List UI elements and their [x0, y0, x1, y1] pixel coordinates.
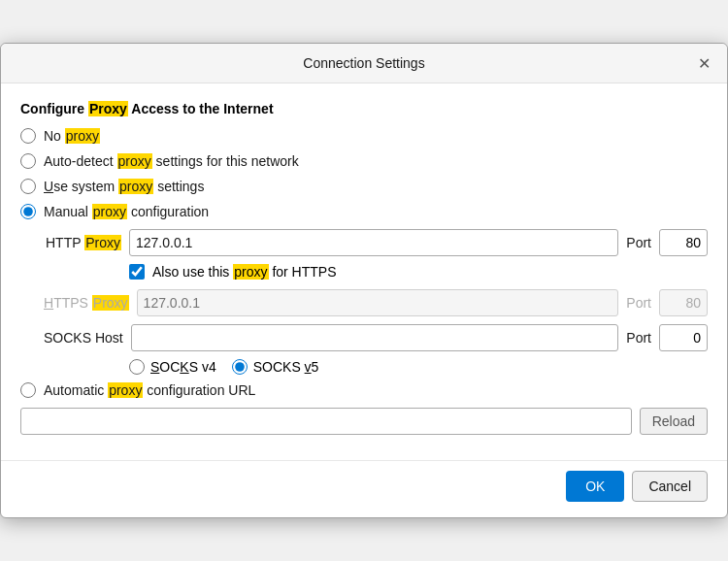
socks-host-input[interactable]	[131, 324, 619, 351]
socks-port-label: Port	[626, 330, 651, 346]
reload-button[interactable]: Reload	[640, 408, 708, 435]
http-proxy-label: HTTP Proxy	[44, 235, 121, 250]
https-proxy-row: HTTPS Proxy Port	[44, 289, 708, 316]
socks-v4-option[interactable]: SOCKS v4	[129, 359, 216, 375]
socks-port-input[interactable]	[659, 324, 708, 351]
socks-v5-option[interactable]: SOCKS v5	[232, 359, 319, 375]
https-port-label: Port	[626, 295, 651, 311]
auto-detect-radio[interactable]	[20, 153, 36, 169]
socks-host-label: SOCKS Host	[44, 330, 123, 346]
https-proxy-input[interactable]	[137, 289, 619, 316]
http-port-input[interactable]	[659, 229, 708, 256]
manual-proxy-settings: HTTP Proxy Port Also use this proxy for …	[44, 229, 708, 375]
auto-detect-option[interactable]: Auto-detect proxy settings for this netw…	[20, 153, 708, 169]
socks-host-row: SOCKS Host Port	[44, 324, 708, 351]
http-proxy-row: HTTP Proxy Port	[44, 229, 708, 256]
also-https-label: Also use this proxy for HTTPS	[152, 264, 337, 280]
socks-version-row: SOCKS v4 SOCKS v5	[129, 359, 708, 375]
auto-url-input[interactable]	[20, 408, 632, 435]
no-proxy-option[interactable]: No proxy	[20, 128, 708, 144]
socks-v5-radio[interactable]	[232, 359, 248, 375]
dialog-title: Connection Settings	[36, 55, 692, 71]
auto-url-group: Automatic proxy configuration URL	[20, 382, 708, 398]
http-port-label: Port	[626, 235, 651, 250]
close-button[interactable]: ✕	[692, 51, 715, 75]
dialog-content: Configure Proxy Access to the Internet N…	[1, 83, 727, 450]
ok-button[interactable]: OK	[566, 471, 624, 502]
use-system-radio[interactable]	[20, 179, 36, 194]
manual-proxy-option[interactable]: Manual proxy configuration	[20, 204, 708, 219]
http-proxy-input[interactable]	[129, 229, 618, 256]
connection-settings-dialog: Connection Settings ✕ Configure Proxy Ac…	[0, 43, 728, 518]
use-system-option[interactable]: Use system proxy settings	[20, 179, 708, 194]
title-bar: Connection Settings ✕	[1, 44, 727, 83]
auto-url-radio[interactable]	[20, 382, 36, 398]
https-proxy-label: HTTPS Proxy	[44, 295, 129, 311]
section-title: Configure Proxy Access to the Internet	[20, 101, 708, 116]
socks-v4-label: SOCKS v4	[150, 359, 216, 375]
socks-v5-label: SOCKS v5	[253, 359, 319, 375]
no-proxy-radio[interactable]	[20, 128, 36, 144]
also-https-checkbox[interactable]	[129, 264, 145, 280]
https-port-input[interactable]	[659, 289, 708, 316]
dialog-footer: OK Cancel	[1, 460, 727, 517]
socks-v4-radio[interactable]	[129, 359, 145, 375]
auto-url-input-row: Reload	[20, 408, 708, 435]
proxy-options-group: No proxy Auto-detect proxy settings for …	[20, 128, 708, 219]
auto-url-option[interactable]: Automatic proxy configuration URL	[20, 382, 708, 398]
cancel-button[interactable]: Cancel	[632, 471, 708, 502]
manual-proxy-radio[interactable]	[20, 204, 36, 219]
also-https-row: Also use this proxy for HTTPS	[129, 264, 708, 280]
